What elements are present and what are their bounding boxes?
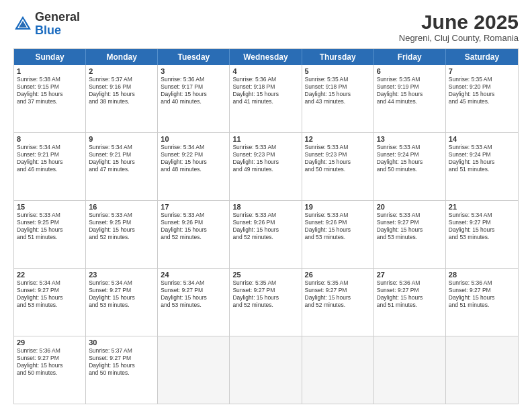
logo-text: General Blue [35, 11, 80, 38]
page: General Blue June 2025 Negreni, Cluj Cou… [0, 0, 532, 411]
day-info: Sunrise: 5:35 AM Sunset: 9:20 PM Dayligh… [449, 76, 515, 105]
day-29: 29Sunrise: 5:36 AM Sunset: 9:27 PM Dayli… [14, 336, 86, 404]
day-number: 9 [89, 135, 154, 143]
day-15: 15Sunrise: 5:33 AM Sunset: 9:25 PM Dayli… [14, 201, 86, 268]
day-number: 5 [305, 67, 371, 75]
weekday-header-thursday: Thursday [302, 49, 374, 65]
weekday-header-saturday: Saturday [446, 49, 518, 65]
calendar-row-0: 1Sunrise: 5:38 AM Sunset: 9:15 PM Daylig… [14, 65, 518, 132]
logo-icon [13, 15, 32, 34]
day-21: 21Sunrise: 5:34 AM Sunset: 9:27 PM Dayli… [446, 201, 518, 268]
day-number: 26 [305, 271, 371, 279]
day-number: 13 [377, 135, 443, 143]
empty-cell [302, 336, 374, 404]
day-number: 2 [89, 67, 154, 75]
day-info: Sunrise: 5:37 AM Sunset: 9:16 PM Dayligh… [89, 76, 154, 105]
day-3: 3Sunrise: 5:36 AM Sunset: 9:17 PM Daylig… [158, 65, 230, 132]
day-number: 30 [89, 338, 154, 347]
day-number: 16 [89, 203, 154, 211]
day-info: Sunrise: 5:36 AM Sunset: 9:27 PM Dayligh… [17, 347, 83, 377]
day-info: Sunrise: 5:33 AM Sunset: 9:25 PM Dayligh… [89, 212, 154, 241]
day-number: 21 [449, 203, 515, 211]
empty-cell [446, 336, 518, 404]
day-info: Sunrise: 5:34 AM Sunset: 9:27 PM Dayligh… [89, 279, 154, 309]
day-number: 23 [89, 271, 154, 279]
day-25: 25Sunrise: 5:35 AM Sunset: 9:27 PM Dayli… [230, 269, 302, 336]
day-info: Sunrise: 5:33 AM Sunset: 9:26 PM Dayligh… [232, 212, 298, 241]
day-info: Sunrise: 5:34 AM Sunset: 9:27 PM Dayligh… [161, 279, 226, 309]
calendar-body: 1Sunrise: 5:38 AM Sunset: 9:15 PM Daylig… [14, 65, 518, 404]
day-info: Sunrise: 5:36 AM Sunset: 9:27 PM Dayligh… [449, 279, 515, 309]
day-14: 14Sunrise: 5:33 AM Sunset: 9:24 PM Dayli… [446, 133, 518, 200]
header: General Blue June 2025 Negreni, Cluj Cou… [13, 11, 519, 43]
day-number: 24 [161, 271, 226, 279]
day-number: 15 [17, 203, 83, 211]
day-info: Sunrise: 5:34 AM Sunset: 9:21 PM Dayligh… [89, 144, 154, 173]
day-info: Sunrise: 5:38 AM Sunset: 9:15 PM Dayligh… [17, 76, 83, 105]
day-18: 18Sunrise: 5:33 AM Sunset: 9:26 PM Dayli… [230, 201, 302, 268]
calendar-row-2: 15Sunrise: 5:33 AM Sunset: 9:25 PM Dayli… [14, 200, 518, 268]
day-26: 26Sunrise: 5:35 AM Sunset: 9:27 PM Dayli… [302, 269, 374, 336]
weekday-header-wednesday: Wednesday [230, 49, 302, 65]
day-number: 28 [449, 271, 515, 279]
day-27: 27Sunrise: 5:36 AM Sunset: 9:27 PM Dayli… [374, 269, 446, 336]
day-number: 10 [161, 135, 226, 143]
day-number: 29 [17, 338, 83, 347]
day-6: 6Sunrise: 5:35 AM Sunset: 9:19 PM Daylig… [374, 65, 446, 132]
empty-cell [158, 336, 230, 404]
day-info: Sunrise: 5:36 AM Sunset: 9:17 PM Dayligh… [161, 76, 226, 105]
empty-cell [374, 336, 446, 404]
day-12: 12Sunrise: 5:33 AM Sunset: 9:23 PM Dayli… [302, 133, 374, 200]
day-info: Sunrise: 5:33 AM Sunset: 9:24 PM Dayligh… [449, 144, 515, 173]
day-28: 28Sunrise: 5:36 AM Sunset: 9:27 PM Dayli… [446, 269, 518, 336]
day-number: 18 [232, 203, 298, 211]
day-info: Sunrise: 5:33 AM Sunset: 9:26 PM Dayligh… [305, 212, 371, 241]
day-info: Sunrise: 5:34 AM Sunset: 9:21 PM Dayligh… [17, 144, 83, 173]
calendar-row-1: 8Sunrise: 5:34 AM Sunset: 9:21 PM Daylig… [14, 132, 518, 200]
day-13: 13Sunrise: 5:33 AM Sunset: 9:24 PM Dayli… [374, 133, 446, 200]
day-info: Sunrise: 5:37 AM Sunset: 9:27 PM Dayligh… [89, 347, 154, 377]
day-info: Sunrise: 5:35 AM Sunset: 9:18 PM Dayligh… [305, 76, 371, 105]
day-17: 17Sunrise: 5:33 AM Sunset: 9:26 PM Dayli… [158, 201, 230, 268]
day-number: 17 [161, 203, 226, 211]
day-30: 30Sunrise: 5:37 AM Sunset: 9:27 PM Dayli… [86, 336, 158, 404]
day-11: 11Sunrise: 5:33 AM Sunset: 9:23 PM Dayli… [230, 133, 302, 200]
day-info: Sunrise: 5:33 AM Sunset: 9:27 PM Dayligh… [377, 212, 443, 241]
day-number: 3 [161, 67, 226, 75]
day-number: 11 [232, 135, 298, 143]
day-info: Sunrise: 5:33 AM Sunset: 9:23 PM Dayligh… [305, 144, 371, 173]
day-20: 20Sunrise: 5:33 AM Sunset: 9:27 PM Dayli… [374, 201, 446, 268]
day-number: 25 [232, 271, 298, 279]
title-block: June 2025 Negreni, Cluj County, Romania [399, 11, 519, 43]
day-5: 5Sunrise: 5:35 AM Sunset: 9:18 PM Daylig… [302, 65, 374, 132]
day-number: 19 [305, 203, 371, 211]
day-number: 1 [17, 67, 83, 75]
day-info: Sunrise: 5:36 AM Sunset: 9:18 PM Dayligh… [232, 76, 298, 105]
weekday-header-tuesday: Tuesday [158, 49, 230, 65]
empty-cell [230, 336, 302, 404]
day-9: 9Sunrise: 5:34 AM Sunset: 9:21 PM Daylig… [86, 133, 158, 200]
day-number: 20 [377, 203, 443, 211]
day-number: 6 [377, 67, 443, 75]
day-number: 14 [449, 135, 515, 143]
day-number: 12 [305, 135, 371, 143]
day-number: 4 [232, 67, 298, 75]
day-info: Sunrise: 5:34 AM Sunset: 9:27 PM Dayligh… [17, 279, 83, 309]
calendar-header: SundayMondayTuesdayWednesdayThursdayFrid… [14, 49, 518, 65]
logo: General Blue [13, 11, 80, 38]
day-number: 8 [17, 135, 83, 143]
weekday-header-friday: Friday [374, 49, 446, 65]
day-info: Sunrise: 5:34 AM Sunset: 9:27 PM Dayligh… [449, 212, 515, 241]
month-year: June 2025 [399, 11, 519, 33]
weekday-header-monday: Monday [86, 49, 158, 65]
day-16: 16Sunrise: 5:33 AM Sunset: 9:25 PM Dayli… [86, 201, 158, 268]
day-4: 4Sunrise: 5:36 AM Sunset: 9:18 PM Daylig… [230, 65, 302, 132]
day-2: 2Sunrise: 5:37 AM Sunset: 9:16 PM Daylig… [86, 65, 158, 132]
day-info: Sunrise: 5:33 AM Sunset: 9:24 PM Dayligh… [377, 144, 443, 173]
day-info: Sunrise: 5:35 AM Sunset: 9:27 PM Dayligh… [305, 279, 371, 309]
day-info: Sunrise: 5:35 AM Sunset: 9:27 PM Dayligh… [232, 279, 298, 309]
day-24: 24Sunrise: 5:34 AM Sunset: 9:27 PM Dayli… [158, 269, 230, 336]
day-23: 23Sunrise: 5:34 AM Sunset: 9:27 PM Dayli… [86, 269, 158, 336]
day-info: Sunrise: 5:34 AM Sunset: 9:22 PM Dayligh… [161, 144, 226, 173]
weekday-header-sunday: Sunday [14, 49, 86, 65]
